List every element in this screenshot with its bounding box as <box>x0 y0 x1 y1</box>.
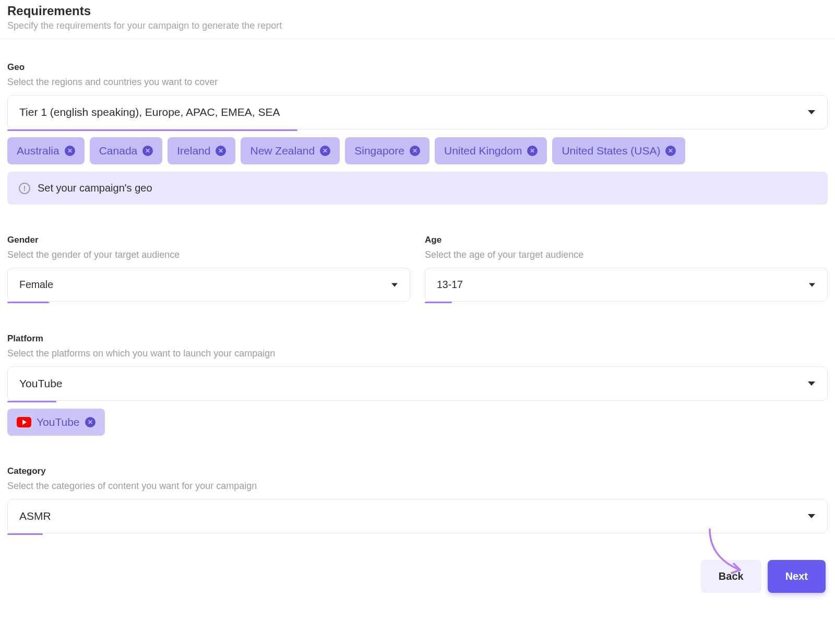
back-button[interactable]: Back <box>701 560 761 593</box>
platform-label: Platform <box>7 333 828 344</box>
geo-underline <box>7 129 297 131</box>
page-subtitle: Specify the requirements for your campai… <box>7 20 828 31</box>
platform-section: Platform Select the platforms on which y… <box>7 333 828 436</box>
geo-chip-label: Australia <box>17 145 59 157</box>
platform-underline <box>7 401 56 402</box>
geo-chip-label: United States (USA) <box>562 145 660 157</box>
geo-sub: Select the regions and countries you wan… <box>7 77 828 88</box>
gender-label: Gender <box>7 235 410 245</box>
geo-chip-label: Ireland <box>177 145 210 157</box>
age-underline <box>425 302 452 303</box>
close-icon[interactable] <box>410 146 420 156</box>
platform-sub: Select the platforms on which you want t… <box>7 348 828 359</box>
youtube-icon <box>17 417 31 427</box>
close-icon[interactable] <box>85 417 96 427</box>
category-sub: Select the categories of content you wan… <box>7 481 828 492</box>
geo-chip: Canada <box>90 137 163 164</box>
age-section: Age Select the age of your target audien… <box>425 235 828 303</box>
chevron-down-icon <box>809 283 815 287</box>
age-sub: Select the age of your target audience <box>425 249 828 260</box>
gender-underline <box>7 302 49 303</box>
category-select-value[interactable]: ASMR <box>7 499 828 533</box>
platform-chips-row: YouTube <box>7 409 828 436</box>
gender-select[interactable]: Female <box>7 268 410 302</box>
geo-chip: United Kingdom <box>435 137 547 164</box>
category-select[interactable]: ASMR <box>7 499 828 533</box>
geo-select-value[interactable]: Tier 1 (english speaking), Europe, APAC,… <box>7 95 828 129</box>
category-label: Category <box>7 466 828 476</box>
geo-chip: United States (USA) <box>552 137 685 164</box>
geo-chip-label: United Kingdom <box>444 145 522 157</box>
gender-select-value[interactable]: Female <box>7 268 410 302</box>
close-icon[interactable] <box>142 146 153 156</box>
geo-select[interactable]: Tier 1 (english speaking), Europe, APAC,… <box>7 95 828 129</box>
geo-section: Geo Select the regions and countries you… <box>7 62 828 205</box>
close-icon[interactable] <box>527 146 538 156</box>
age-label: Age <box>425 235 828 245</box>
page-title: Requirements <box>7 4 828 18</box>
geo-chip: Ireland <box>168 137 235 164</box>
close-icon[interactable] <box>65 146 75 156</box>
geo-info-banner: Set your campaign's geo <box>7 172 828 205</box>
geo-chip: New Zealand <box>241 137 340 164</box>
close-icon[interactable] <box>320 146 330 156</box>
geo-chip-label: Canada <box>99 145 138 157</box>
geo-chip: Singapore <box>345 137 430 164</box>
chevron-down-icon <box>808 110 815 114</box>
chevron-down-icon <box>391 283 398 287</box>
geo-chip: Australia <box>7 137 85 164</box>
geo-chip-label: Singapore <box>354 145 404 157</box>
chevron-down-icon <box>808 381 815 386</box>
category-section: Category Select the categories of conten… <box>7 466 828 535</box>
footer-actions: Back Next <box>7 560 828 593</box>
info-icon <box>19 183 30 194</box>
geo-chip-label: New Zealand <box>250 145 315 157</box>
chevron-down-icon <box>808 514 815 518</box>
platform-chip-youtube: YouTube <box>7 409 105 436</box>
platform-select[interactable]: YouTube <box>7 366 828 401</box>
close-icon[interactable] <box>216 146 226 156</box>
age-select-value[interactable]: 13-17 <box>425 268 828 302</box>
gender-section: Gender Select the gender of your target … <box>7 235 410 303</box>
age-select[interactable]: 13-17 <box>425 268 828 302</box>
page-header: Requirements Specify the requirements fo… <box>7 4 828 39</box>
header-divider <box>0 39 835 39</box>
category-underline <box>7 533 43 535</box>
platform-chip-label: YouTube <box>37 416 80 428</box>
geo-label: Geo <box>7 62 828 73</box>
gender-sub: Select the gender of your target audienc… <box>7 249 410 260</box>
geo-info-text: Set your campaign's geo <box>38 182 152 194</box>
geo-chips-row: AustraliaCanadaIrelandNew ZealandSingapo… <box>7 137 828 164</box>
next-button[interactable]: Next <box>768 560 826 593</box>
close-icon[interactable] <box>665 146 676 156</box>
platform-select-value[interactable]: YouTube <box>7 366 828 401</box>
